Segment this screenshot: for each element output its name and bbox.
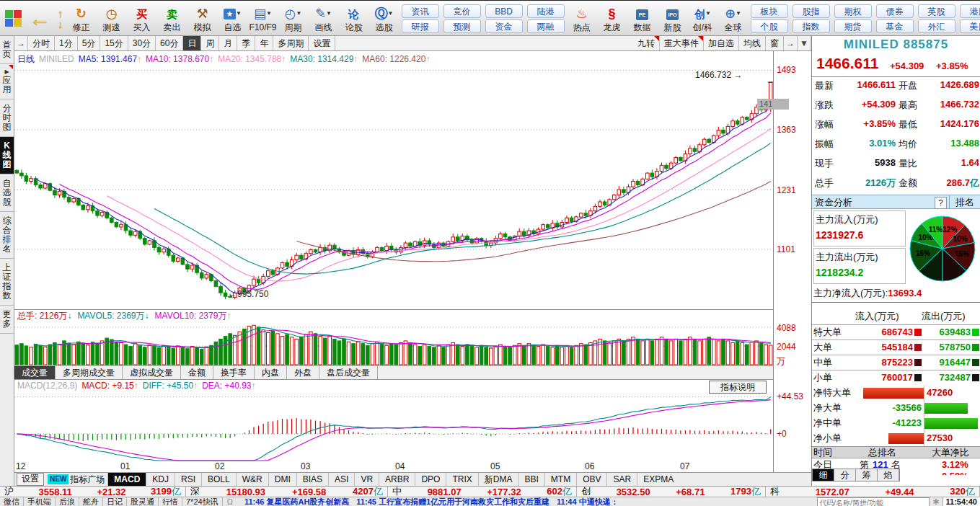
sidebar-item-上证指数[interactable]: 上 证 指 数 xyxy=(0,259,14,306)
sidebar-item-首页[interactable]: 首 页 xyxy=(0,36,14,64)
volume-tab-多周期成交量[interactable]: 多周期成交量 xyxy=(56,366,123,379)
period-tab-60分[interactable]: 60分 xyxy=(156,36,183,50)
indicator-tab-EXPMA[interactable]: EXPMA xyxy=(637,473,679,486)
index-futures-button[interactable]: 股指 xyxy=(793,4,830,18)
indicator-tab-VR[interactable]: VR xyxy=(354,473,379,486)
period-tab-1分[interactable]: 1分 xyxy=(55,36,78,50)
chevron-down-icon[interactable]: ▼ xyxy=(266,10,272,17)
period-tab-30分[interactable]: 30分 xyxy=(128,36,156,50)
volume-tab-换手率[interactable]: 换手率 xyxy=(213,366,255,379)
indicator-tab-MACD[interactable]: MACD xyxy=(107,473,146,486)
hk-connect-button[interactable]: 陆港 xyxy=(527,4,565,18)
forecast-button[interactable]: 预测 xyxy=(443,19,481,33)
indicator-tab-ARBR[interactable]: ARBR xyxy=(379,473,415,486)
taskbar-button-微信[interactable]: 微信 xyxy=(0,497,24,506)
margin-trading-button[interactable]: 两融 xyxy=(527,19,565,33)
macd-chart[interactable] xyxy=(14,392,773,462)
back-icon[interactable]: ← xyxy=(29,4,50,33)
taskbar-button-股灵通[interactable]: 股灵通 xyxy=(127,497,159,506)
market-segment-创[interactable]: 创3532.50+68.711793亿 xyxy=(577,487,766,497)
indicator-tab-MTM[interactable]: MTM xyxy=(544,473,576,486)
speed-test-button[interactable]: ◷测速 xyxy=(97,2,127,35)
period-tab-多周期[interactable]: 多周期 xyxy=(273,36,309,50)
news-button[interactable]: 资讯 xyxy=(402,4,439,18)
scroll-down-icon[interactable]: ↓ xyxy=(58,19,63,30)
taskbar-button-日记[interactable]: 日记 xyxy=(103,497,127,506)
alert-bell-icon[interactable]: Ω xyxy=(223,497,237,506)
indicator-tab-W&R[interactable]: W&R xyxy=(236,473,268,486)
indices-button[interactable]: 指数 xyxy=(793,19,830,33)
period-tab-月[interactable]: 月 xyxy=(219,36,237,50)
tool-窗-button[interactable]: 窗 xyxy=(766,36,784,50)
indicator-tab-BOLL[interactable]: BOLL xyxy=(201,473,236,486)
stocks-button[interactable]: 个股 xyxy=(751,19,788,33)
mutual-funds-button[interactable]: 基金 xyxy=(876,19,914,33)
period-tab-季[interactable]: 季 xyxy=(237,36,255,50)
stock-search-input[interactable] xyxy=(817,497,930,506)
forum-button[interactable]: 论论股 xyxy=(339,2,369,35)
chevron-down-icon[interactable]: ▼ xyxy=(736,10,741,17)
detail-tab-分[interactable]: 分 xyxy=(834,469,856,481)
detail-tab-焰[interactable]: 焰 xyxy=(878,469,899,481)
indicator-tab-OBV[interactable]: OBV xyxy=(576,473,606,486)
taskbar-button-后浪[interactable]: 后浪 xyxy=(56,497,79,506)
simulate-trade-button[interactable]: ⚒模拟 xyxy=(187,2,218,35)
volume-tab-盘后成交量[interactable]: 盘后成交量 xyxy=(319,366,378,379)
taskbar-button-舵舟[interactable]: 舵舟 xyxy=(79,497,103,506)
sidebar-item-综合排名[interactable]: 综 合 排 名 xyxy=(0,212,14,259)
period-tab-15分[interactable]: 15分 xyxy=(100,36,128,50)
tool-加自选-button[interactable]: 加自选 xyxy=(704,36,739,50)
scroll-up-icon[interactable]: ↑ xyxy=(58,8,63,19)
chevron-down-icon[interactable]: ▼ xyxy=(388,10,394,17)
settings-gear-icon[interactable]: ✱ xyxy=(930,497,942,506)
bbd-button[interactable]: BBD xyxy=(485,4,523,18)
tool-重大事件-button[interactable]: 重大事件 xyxy=(660,36,704,50)
market-segment-科[interactable]: 科1572.07+49.44320亿 xyxy=(766,487,980,497)
fund-rank-button[interactable]: 排名 xyxy=(949,195,980,209)
ipo-button[interactable]: IPO新股 xyxy=(658,2,688,35)
indicator-plaza-link[interactable]: 指标广场 xyxy=(70,474,105,486)
kline-chart[interactable] xyxy=(14,67,773,309)
uk-stocks-button[interactable]: 英股 xyxy=(918,4,955,18)
market-segment-中[interactable]: 中9881.07+177.32602亿 xyxy=(388,487,577,497)
indicator-tab-ASI[interactable]: ASI xyxy=(328,473,354,486)
indicator-settings-button[interactable]: 设置 xyxy=(17,473,44,486)
app-grid-icon[interactable] xyxy=(5,10,22,27)
indicator-tab-RSI[interactable]: RSI xyxy=(175,473,201,486)
f10-info-button[interactable]: ▤▼F10/F9 xyxy=(248,2,278,35)
market-segment-沪[interactable]: 沪3558.11+21.323199亿 xyxy=(0,487,186,497)
volume-chart[interactable] xyxy=(14,309,773,365)
period-tab-日[interactable]: 日 xyxy=(183,36,201,50)
indicator-tab-KDJ[interactable]: KDJ xyxy=(146,473,175,486)
draw-line-button[interactable]: ✎▼画线 xyxy=(309,2,339,35)
period-tab-年[interactable]: 年 xyxy=(255,36,273,50)
indicator-tab-BIAS[interactable]: BIAS xyxy=(296,473,328,486)
taskbar-button-手机端[interactable]: 手机端 xyxy=(24,497,56,506)
period-tab-5分[interactable]: 5分 xyxy=(78,36,101,50)
indicator-tab-新DMA[interactable]: 新DMA xyxy=(478,473,518,486)
dragon-tiger-button[interactable]: §龙虎 xyxy=(597,2,627,35)
chevron-down-icon[interactable]: ▼ xyxy=(705,10,711,17)
futures-button[interactable]: 期货 xyxy=(834,19,872,33)
period-tab-设置[interactable]: 设置 xyxy=(309,36,335,50)
watchlist-button[interactable]: ★▼自选 xyxy=(218,2,248,35)
news-ticker-item[interactable]: 11:45 工行宣布捐赠1亿元用于河南救灾工作和灾后重建 xyxy=(356,497,549,506)
sidebar-item-更多[interactable]: 更 多 xyxy=(0,306,14,334)
global-markets-button[interactable]: ⊕▼全球 xyxy=(718,2,749,35)
sidebar-item-分时图[interactable]: 分 时 图 xyxy=(0,99,14,137)
indicator-tab-TRIX[interactable]: TRIX xyxy=(446,473,477,486)
volume-tab-金额[interactable]: 金额 xyxy=(181,366,213,379)
stock-screener-button[interactable]: Ⓠ▼选股 xyxy=(369,2,399,35)
tool-均线-button[interactable]: 均线 xyxy=(739,36,766,50)
chevron-down-icon[interactable]: ▼ xyxy=(236,10,242,17)
forex-button[interactable]: 外汇 xyxy=(918,19,955,33)
indicator-tab-DPO[interactable]: DPO xyxy=(415,473,446,486)
buy-button[interactable]: 买买入 xyxy=(127,2,157,35)
help-button[interactable]: ? xyxy=(935,197,947,209)
period-tab-分时[interactable]: 分时 xyxy=(28,36,55,50)
period-tab-周[interactable]: 周 xyxy=(201,36,219,50)
hot-topics-button[interactable]: ♨热点 xyxy=(567,2,597,35)
taskbar-button-7*24快讯[interactable]: 7*24快讯 xyxy=(182,497,223,506)
sidebar-item-K线图[interactable]: K 线 图 xyxy=(0,137,14,174)
us-stocks-button[interactable]: 美股 xyxy=(960,19,980,33)
